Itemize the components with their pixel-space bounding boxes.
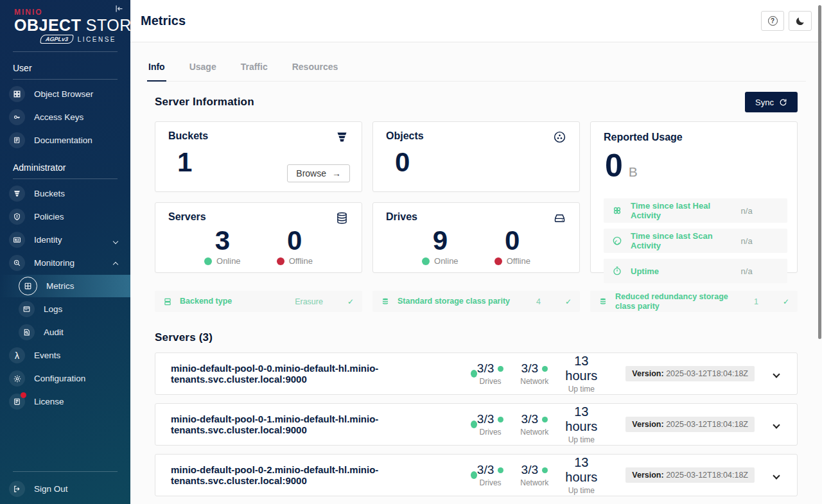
server-uptime-value: 13 hours: [565, 455, 597, 485]
sidebar-item-identity[interactable]: Identity: [0, 229, 130, 251]
scan-icon: [612, 236, 622, 246]
sidebar-item-audit[interactable]: Audit: [0, 321, 130, 343]
metrics-tabs: Info Usage Traffic Resources: [147, 58, 806, 82]
tab-resources[interactable]: Resources: [291, 58, 340, 81]
license-label: LICENSE: [78, 36, 116, 43]
sidebar-item-configuration[interactable]: Configuration: [0, 367, 130, 390]
page-header: Metrics ?: [130, 0, 822, 42]
scan-activity-row: Time since last Scan Activity n/a: [604, 229, 787, 253]
server-row[interactable]: minio-default-pool-0-2.minio-default-hl.…: [155, 454, 798, 496]
vertical-scrollbar[interactable]: [818, 5, 821, 339]
bucket-icon: [335, 130, 349, 144]
sidebar-item-documentation[interactable]: Documentation: [0, 129, 130, 152]
version-badge: Version: 2025-03-12T18:04:18Z: [625, 467, 755, 483]
sidebar-item-events[interactable]: λ Events: [0, 344, 130, 367]
metrics-icon: [19, 277, 37, 295]
tab-info[interactable]: Info: [147, 58, 166, 82]
sidebar: MINIO OBJECT STORE AGPLv3 LICENSE User O…: [0, 0, 130, 504]
sidebar-item-access-keys[interactable]: Access Keys: [0, 106, 130, 128]
help-icon: ?: [768, 16, 778, 26]
page-title: Metrics: [141, 13, 186, 28]
server-information-heading: Server Information: [155, 96, 254, 109]
status-dot: [542, 467, 548, 473]
expand-chevron-icon[interactable]: [774, 419, 779, 430]
configuration-icon: [9, 370, 25, 387]
tab-traffic[interactable]: Traffic: [240, 58, 269, 81]
browse-button[interactable]: Browse →: [287, 164, 350, 182]
logs-icon: [19, 301, 35, 317]
reported-usage-title: Reported Usage: [604, 132, 787, 143]
help-button[interactable]: ?: [761, 11, 784, 31]
objects-icon: [553, 130, 566, 144]
offline-dot: [494, 257, 502, 265]
collapse-sidebar-icon[interactable]: [114, 4, 124, 13]
expand-chevron-icon[interactable]: [774, 368, 779, 379]
servers-icon: [335, 211, 349, 225]
tab-usage[interactable]: Usage: [188, 58, 218, 81]
server-drives-value: 3/3: [477, 412, 494, 426]
buckets-card: Buckets 1 Browse →: [155, 121, 362, 192]
divider: [13, 178, 118, 179]
expand-chevron-icon[interactable]: [774, 469, 779, 481]
chevron-up-icon[interactable]: [114, 257, 118, 269]
sync-refresh-icon: [779, 98, 787, 107]
status-dot: [498, 417, 503, 422]
status-dot: [498, 366, 503, 372]
heal-activity-value: n/a: [741, 206, 753, 216]
backend-type-row: Backend type Erasure ✓: [155, 291, 362, 312]
usage-unit: B: [629, 164, 638, 180]
sync-button[interactable]: Sync: [745, 92, 798, 112]
server-network-value: 3/3: [521, 361, 538, 376]
sidebar-item-sign-out[interactable]: Sign Out: [0, 478, 130, 500]
check-icon: ✓: [565, 297, 572, 306]
server-uptime-value: 13 hours: [565, 354, 597, 383]
version-badge: Version: 2025-03-12T18:04:18Z: [625, 366, 755, 381]
online-dot: [422, 257, 430, 265]
reduced-parity-icon: [599, 297, 608, 306]
chevron-down-icon[interactable]: [114, 234, 118, 246]
standard-parity-value: 4: [536, 297, 541, 306]
server-row[interactable]: minio-default-pool-0-0.minio-default-hl.…: [155, 352, 798, 395]
server-uptime-value: 13 hours: [565, 404, 597, 434]
administrator-section-header: Administrator: [0, 152, 130, 173]
sidebar-item-logs[interactable]: Logs: [0, 298, 130, 320]
user-section-header: User: [0, 52, 130, 73]
sidebar-item-buckets[interactable]: Buckets: [0, 182, 130, 205]
objects-count: 0: [395, 149, 566, 176]
scan-activity-value: n/a: [741, 236, 753, 246]
server-endpoint: minio-default-pool-0-0.minio-default-hl.…: [171, 363, 464, 385]
sign-out-icon: [9, 481, 25, 497]
sidebar-item-policies[interactable]: Policies: [0, 205, 130, 228]
objects-card-title: Objects: [386, 130, 424, 142]
standard-parity-icon: [381, 297, 390, 306]
status-dot: [542, 366, 548, 372]
buckets-card-title: Buckets: [168, 130, 208, 142]
license-alert-dot: [21, 392, 26, 398]
sidebar-item-monitoring[interactable]: Monitoring: [0, 252, 130, 274]
app-logo: MINIO OBJECT STORE AGPLv3 LICENSE: [0, 0, 130, 50]
usage-value: 0: [605, 150, 623, 182]
reduced-redundancy-parity-row: Reduced redundancy storage class parity …: [590, 291, 798, 312]
server-drives-value: 3/3: [477, 361, 494, 376]
access-keys-icon: [9, 109, 25, 125]
status-dot: [498, 467, 503, 473]
divider: [13, 79, 118, 80]
offline-dot: [277, 257, 284, 265]
sidebar-item-license[interactable]: License: [0, 390, 130, 413]
dark-mode-toggle[interactable]: [789, 11, 812, 31]
online-dot: [204, 257, 212, 265]
arrow-right-icon: →: [332, 168, 341, 178]
servers-list-heading: Servers (3): [155, 331, 798, 344]
drives-card: Drives 9 Online 0 Offline: [372, 202, 580, 273]
drives-card-title: Drives: [386, 211, 417, 223]
documentation-icon: [9, 132, 25, 148]
policies-icon: [9, 209, 25, 225]
drives-offline-count: 0: [494, 227, 530, 254]
server-row[interactable]: minio-default-pool-0-1.minio-default-hl.…: [155, 403, 798, 446]
server-endpoint: minio-default-pool-0-2.minio-default-hl.…: [171, 464, 464, 486]
objects-card: Objects 0: [372, 121, 580, 192]
sidebar-item-object-browser[interactable]: Object Browser: [0, 83, 130, 105]
servers-card: Servers 3 Online 0 Offline: [155, 202, 362, 273]
audit-icon: [19, 324, 35, 340]
sidebar-item-metrics[interactable]: Metrics: [0, 275, 130, 297]
